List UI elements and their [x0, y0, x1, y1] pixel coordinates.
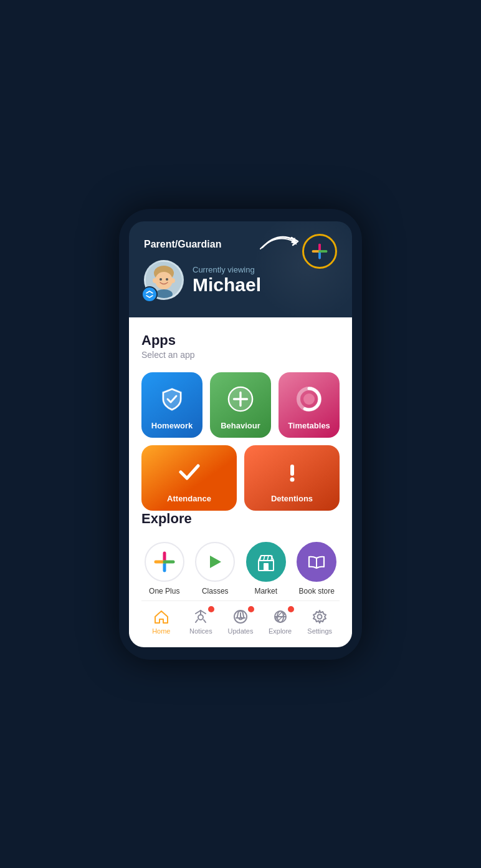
svg-marker-27	[210, 556, 221, 568]
explore-bookstore[interactable]: Book store	[294, 537, 340, 600]
homework-label: Homework	[151, 421, 193, 430]
timetables-tile[interactable]: Timetables	[279, 372, 340, 438]
apps-row-2: Attendance Detentions	[141, 445, 340, 511]
explore-grid: One Plus Classes	[141, 537, 340, 600]
updates-badge	[248, 606, 254, 612]
exclamation-icon	[279, 458, 306, 486]
nav-notices-label: Notices	[189, 627, 212, 635]
svg-point-43	[318, 614, 322, 619]
nav-home-label: Home	[152, 627, 170, 635]
attendance-tile[interactable]: Attendance	[141, 445, 237, 511]
nav-notices[interactable]: Notices	[183, 609, 218, 635]
nav-settings[interactable]: Settings	[302, 609, 337, 635]
phone-shell: Parent/Guardian	[119, 209, 362, 660]
explore-market[interactable]: Market	[243, 537, 289, 600]
behaviour-plus-icon	[227, 385, 254, 413]
svg-line-32	[267, 556, 269, 561]
nav-updates-label: Updates	[227, 627, 253, 635]
svg-line-37	[196, 620, 198, 622]
bottom-nav: Home Notices	[141, 600, 340, 647]
svg-point-13	[170, 278, 175, 283]
behaviour-tile[interactable]: Behaviour	[210, 372, 271, 438]
notices-badge	[208, 606, 214, 612]
market-label: Market	[254, 587, 277, 596]
explore-badge	[288, 606, 294, 612]
explore-oneplus[interactable]: One Plus	[141, 537, 188, 600]
timetables-label: Timetables	[288, 421, 330, 430]
svg-point-9	[155, 272, 173, 289]
svg-point-20	[303, 393, 315, 405]
profile-info: Currently viewing Michael	[193, 265, 261, 295]
homework-icon-wrap	[158, 382, 186, 416]
attendance-label: Attendance	[167, 494, 211, 503]
market-circle	[246, 542, 286, 582]
main-content: Apps Select an app Homework	[129, 317, 352, 647]
switch-icon	[141, 286, 158, 302]
apps-section: Apps Select an app Homework	[141, 332, 340, 511]
behaviour-label: Behaviour	[221, 421, 260, 430]
profile-row: Currently viewing Michael	[144, 260, 337, 300]
detentions-tile[interactable]: Detentions	[244, 445, 340, 511]
add-button[interactable]	[302, 234, 337, 269]
svg-line-38	[204, 620, 206, 622]
bookstore-label: Book store	[299, 587, 335, 596]
svg-point-36	[198, 615, 203, 620]
nav-home[interactable]: Home	[144, 609, 179, 635]
classes-circle	[195, 542, 235, 582]
nav-explore[interactable]: Explore	[263, 609, 298, 635]
nav-explore-label: Explore	[269, 627, 292, 635]
apps-subtitle: Select an app	[141, 350, 340, 360]
apps-row-1: Homework Behaviour	[141, 372, 340, 438]
svg-line-31	[264, 556, 265, 561]
attendance-icon-wrap	[176, 455, 203, 489]
header: Parent/Guardian	[129, 221, 352, 317]
detentions-icon-wrap	[279, 455, 306, 489]
svg-point-22	[290, 477, 294, 481]
oneplus-label: One Plus	[149, 587, 179, 596]
svg-point-11	[166, 278, 168, 281]
homework-tile[interactable]: Homework	[141, 372, 202, 438]
nav-settings-label: Settings	[307, 627, 332, 635]
timetables-icon-wrap	[295, 382, 323, 416]
detentions-label: Detentions	[271, 494, 313, 503]
apps-title: Apps	[141, 332, 340, 349]
explore-section: Explore One Plus	[141, 511, 340, 600]
viewing-label: Currently viewing	[193, 265, 261, 274]
arrow-hint	[257, 230, 301, 255]
bookstore-circle	[297, 542, 336, 582]
nav-updates[interactable]: Updates	[223, 609, 258, 635]
svg-point-10	[160, 278, 162, 281]
behaviour-icon-wrap	[227, 382, 254, 416]
svg-rect-29	[264, 563, 269, 571]
svg-point-12	[153, 278, 158, 283]
oneplus-circle	[145, 542, 184, 582]
explore-title: Explore	[141, 511, 340, 527]
student-name: Michael	[193, 274, 261, 295]
avatar-container[interactable]	[144, 260, 184, 300]
explore-classes[interactable]: Classes	[193, 537, 239, 600]
svg-rect-21	[290, 465, 294, 476]
classes-label: Classes	[202, 587, 229, 596]
